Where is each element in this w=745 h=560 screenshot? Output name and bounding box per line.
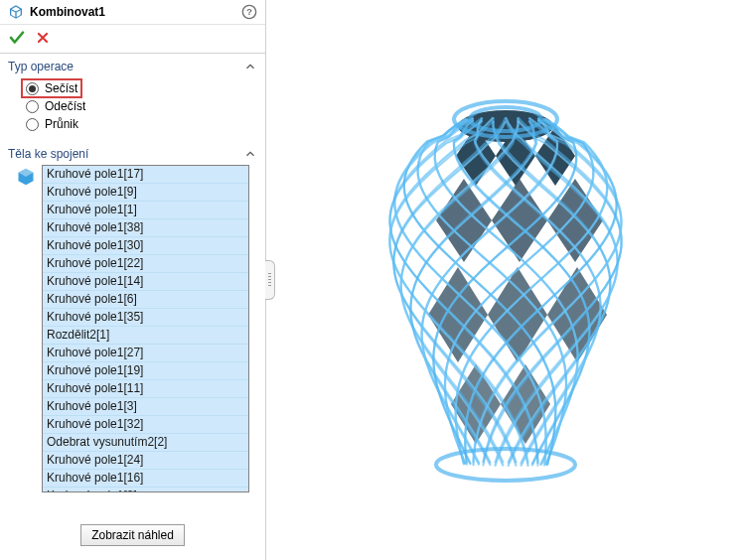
bodies-listbox[interactable]: Kruhové pole1[17]Kruhové pole1[9]Kruhové… [42, 165, 249, 492]
list-item[interactable]: Kruhové pole1[14] [43, 273, 248, 291]
list-item[interactable]: Kruhové pole1[9] [43, 184, 248, 202]
list-item[interactable]: Kruhové pole1[32] [43, 416, 248, 434]
list-item[interactable]: Kruhové pole1[17] [43, 166, 248, 184]
solid-body-icon[interactable] [16, 167, 36, 187]
operation-radio-group: Sečíst Odečíst Průnik [8, 77, 257, 137]
radio-add[interactable]: Sečíst [22, 79, 81, 97]
list-item[interactable]: Kruhové pole1[30] [43, 237, 248, 255]
list-item[interactable]: Kruhové pole1[24] [43, 452, 248, 470]
operation-type-section: Typ operace Sečíst Odečíst Průnik [0, 54, 265, 141]
bodies-header[interactable]: Těla ke spojení [8, 147, 257, 165]
list-item[interactable]: Kruhové pole1[6] [43, 291, 248, 309]
list-item[interactable]: Kruhové pole1[19] [43, 362, 248, 380]
list-item[interactable]: Rozdělit2[1] [43, 327, 248, 345]
radio-subtract-label: Odečíst [45, 99, 85, 113]
radio-intersect-label: Průnik [45, 117, 78, 131]
bodies-row: Kruhové pole1[17]Kruhové pole1[9]Kruhové… [8, 165, 257, 516]
panel-title: Kombinovat1 [30, 5, 235, 19]
operation-type-title: Typ operace [8, 60, 74, 73]
model-vase [337, 71, 674, 489]
list-item[interactable]: Kruhové pole1[22] [43, 255, 248, 273]
panel-collapse-handle[interactable] [265, 260, 275, 300]
bodies-title: Těla ke spojení [8, 147, 88, 161]
svg-text:?: ? [246, 7, 252, 17]
help-icon[interactable]: ? [241, 4, 257, 20]
chevron-up-icon [243, 147, 257, 161]
model-render [337, 71, 674, 489]
radio-subtract-indicator [26, 100, 39, 113]
radio-intersect-indicator [26, 118, 39, 131]
3d-viewport[interactable] [266, 0, 745, 560]
radio-add-label: Sečíst [45, 81, 77, 95]
list-item[interactable]: Kruhové pole1[27] [43, 345, 248, 362]
list-item[interactable]: Kruhové pole1[1] [43, 202, 248, 219]
operation-type-header[interactable]: Typ operace [8, 60, 257, 77]
property-panel: Kombinovat1 ? Typ operace Sečíst Odečíst [0, 0, 266, 560]
radio-intersect[interactable]: Průnik [26, 115, 257, 133]
list-item[interactable]: Kruhové pole1[38] [43, 219, 248, 237]
list-item[interactable]: Kruhové pole1[11] [43, 380, 248, 398]
chevron-up-icon [243, 60, 257, 73]
cancel-icon[interactable] [36, 31, 50, 45]
ok-icon[interactable] [8, 29, 26, 47]
radio-add-indicator [26, 82, 39, 95]
radio-subtract[interactable]: Odečíst [26, 97, 257, 115]
panel-header: Kombinovat1 ? [0, 0, 265, 25]
feature-cube-icon [8, 4, 24, 20]
list-item[interactable]: Odebrat vysunutím2[2] [43, 434, 248, 452]
list-item[interactable]: Kruhové pole1[16] [43, 470, 248, 488]
confirm-row [0, 25, 265, 54]
list-item[interactable]: Kruhové pole1[3] [43, 398, 248, 416]
svg-point-5 [436, 449, 575, 481]
list-item[interactable]: Kruhové pole1[8] [43, 488, 248, 492]
list-item[interactable]: Kruhové pole1[35] [43, 309, 248, 327]
preview-row: Zobrazit náhled [8, 516, 257, 556]
bodies-section: Těla ke spojení Kruhové pole1[17]Kruhové… [0, 141, 265, 560]
preview-button[interactable]: Zobrazit náhled [80, 524, 185, 546]
